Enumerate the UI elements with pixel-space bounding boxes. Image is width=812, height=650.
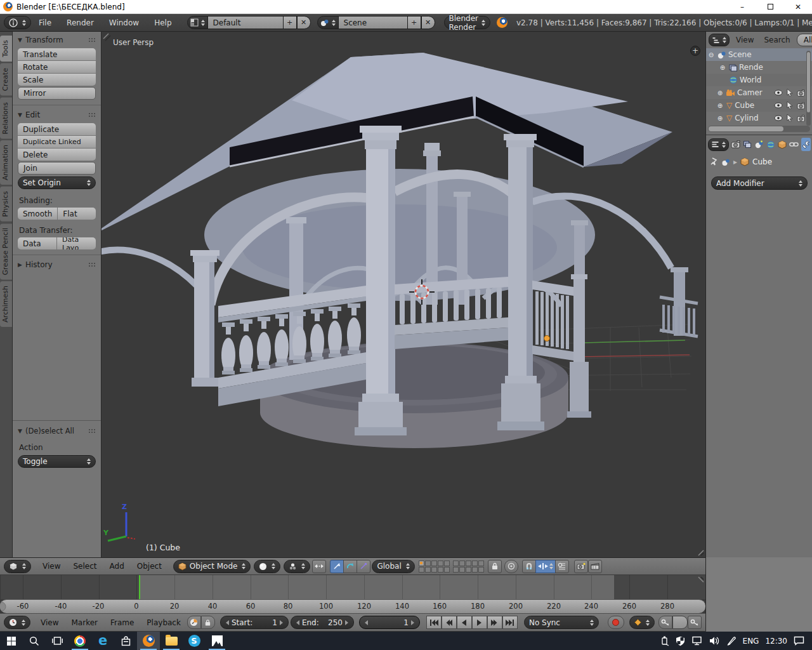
lock-time-button[interactable] <box>201 616 215 629</box>
expand-icon[interactable]: ⊕ <box>716 102 724 109</box>
editor-type-view3d-dropdown[interactable] <box>4 560 31 573</box>
snap-target-button[interactable] <box>555 560 569 573</box>
panel-edit-header[interactable]: ▼ Edit <box>13 107 101 122</box>
renderability-camera-icon[interactable] <box>796 114 806 123</box>
expand-icon[interactable]: ⊕ <box>716 90 724 96</box>
render-animation-button[interactable] <box>588 560 602 573</box>
network-icon[interactable] <box>691 636 703 646</box>
panel-transform-header[interactable]: ▼ Transform <box>13 32 101 47</box>
translate-button[interactable]: Translate <box>18 48 96 60</box>
add-scene-button[interactable]: + <box>407 16 421 29</box>
viewport-shading-dropdown[interactable] <box>254 560 280 573</box>
tab-object[interactable] <box>778 138 787 151</box>
panel-deselect-header[interactable]: ▼ (De)select All <box>13 423 101 438</box>
next-keyframe-button[interactable] <box>487 616 502 629</box>
action-center-icon[interactable] <box>794 636 804 646</box>
taskbar-explorer-button[interactable] <box>160 632 183 650</box>
corner-grip-icon[interactable] <box>695 576 704 585</box>
manipulator-rotate-button[interactable] <box>343 560 357 573</box>
corner-grip-icon[interactable] <box>103 33 112 42</box>
jump-to-start-button[interactable] <box>426 616 442 629</box>
outliner-row-render[interactable]: ⊕ Rende <box>706 61 812 74</box>
scene-lock-button[interactable] <box>488 560 502 573</box>
volume-icon[interactable] <box>709 636 720 646</box>
pen-icon[interactable] <box>726 636 737 646</box>
insert-keyframe-button[interactable] <box>658 616 672 629</box>
minimize-button[interactable]: – <box>728 0 756 13</box>
tab-relations[interactable]: Relations <box>0 98 12 139</box>
outliner-row-camera[interactable]: ⊕ Camer <box>706 86 812 99</box>
snap-element-dropdown[interactable] <box>535 560 556 573</box>
panel-history-header[interactable]: ▶ History <box>13 256 101 272</box>
increment-arrow[interactable] <box>411 620 414 625</box>
rotate-button[interactable]: Rotate <box>18 61 96 73</box>
start-button[interactable] <box>0 632 23 650</box>
timeline-playhead[interactable] <box>139 575 140 599</box>
start-frame-field[interactable]: Start: 1 <box>220 616 289 629</box>
shade-flat-button[interactable]: Flat <box>58 208 96 220</box>
duplicate-button[interactable]: Duplicate <box>18 123 96 135</box>
tab-grease-pencil[interactable]: Grease Pencil <box>0 223 12 279</box>
data-button[interactable]: Data <box>18 237 56 249</box>
join-button[interactable]: Join <box>18 162 96 175</box>
task-view-button[interactable] <box>46 632 69 650</box>
menu-object[interactable]: Object <box>131 562 168 571</box>
decrement-arrow[interactable] <box>365 620 368 625</box>
tab-modifiers[interactable] <box>801 138 811 151</box>
duplicate-linked-button[interactable]: Duplicate Linked <box>18 136 96 148</box>
editor-type-outliner-dropdown[interactable] <box>709 34 730 46</box>
sync-dropdown[interactable]: No Sync <box>524 616 599 629</box>
selectability-cursor-icon[interactable] <box>785 114 794 123</box>
tab-constraints[interactable] <box>789 138 799 151</box>
outliner-horizontal-scrollbar[interactable] <box>708 126 810 132</box>
menu-file[interactable]: File <box>31 18 59 27</box>
timeline-menu-playback[interactable]: Playback <box>140 618 187 627</box>
decrement-arrow[interactable] <box>226 620 229 625</box>
selectability-cursor-icon[interactable] <box>785 88 794 97</box>
outliner-vertical-scrollbar[interactable] <box>806 51 811 126</box>
pivot-point-dropdown[interactable] <box>284 560 310 573</box>
shade-smooth-button[interactable]: Smooth <box>18 208 57 220</box>
outliner-menu-view[interactable]: View <box>732 36 757 44</box>
tab-render-layers[interactable] <box>742 138 752 151</box>
menu-view[interactable]: View <box>36 562 67 571</box>
render-opengl-button[interactable] <box>574 560 588 573</box>
editor-type-timeline-dropdown[interactable] <box>4 616 30 629</box>
taskbar-search-button[interactable] <box>23 632 46 650</box>
outliner-filter-dropdown[interactable]: All <box>797 34 812 46</box>
end-frame-field[interactable]: End: 250 <box>291 616 354 629</box>
editor-type-properties-dropdown[interactable] <box>708 138 729 151</box>
clock[interactable]: 12:30 <box>765 637 787 646</box>
auto-keyframe-record-button[interactable] <box>608 616 624 629</box>
outliner-row-world[interactable]: World <box>706 74 812 86</box>
proportional-edit-button[interactable] <box>504 560 518 573</box>
menu-render[interactable]: Render <box>59 18 102 27</box>
decrement-arrow[interactable] <box>296 620 299 625</box>
delete-button[interactable]: Delete <box>18 149 96 161</box>
taskbar-edge-button[interactable]: e <box>91 632 114 650</box>
current-frame-field[interactable]: 1 <box>359 616 420 629</box>
expand-icon[interactable]: ⊕ <box>716 115 724 122</box>
maximize-button[interactable] <box>756 0 784 13</box>
jump-to-end-button[interactable] <box>502 616 518 629</box>
set-origin-dropdown[interactable]: Set Origin <box>18 176 96 189</box>
timeline-menu-marker[interactable]: Marker <box>65 618 103 627</box>
expand-icon[interactable]: ⊕ <box>719 64 726 71</box>
timeline-tracks[interactable] <box>0 575 705 599</box>
outliner-menu-search[interactable]: Search <box>760 36 794 44</box>
manipulator-scale-button[interactable] <box>357 560 370 573</box>
tab-tools[interactable]: Tools <box>0 36 12 62</box>
tab-render[interactable] <box>731 138 740 151</box>
delete-keyframe-button[interactable] <box>688 616 702 629</box>
taskbar-photos-button[interactable] <box>206 632 228 650</box>
snap-toggle-button[interactable] <box>522 560 536 573</box>
delete-scene-button[interactable]: ✕ <box>421 16 435 29</box>
outliner-row-scene[interactable]: ⊖ Scene <box>706 48 812 61</box>
corner-grip-icon[interactable] <box>695 547 704 556</box>
active-keying-set-field[interactable] <box>672 616 688 629</box>
use-preview-range-button[interactable] <box>187 616 201 629</box>
keying-set-dropdown[interactable] <box>629 616 655 629</box>
tab-archimesh[interactable]: Archimesh <box>0 281 12 327</box>
mirror-button[interactable]: Mirror <box>18 87 96 100</box>
tab-world[interactable] <box>766 138 775 151</box>
